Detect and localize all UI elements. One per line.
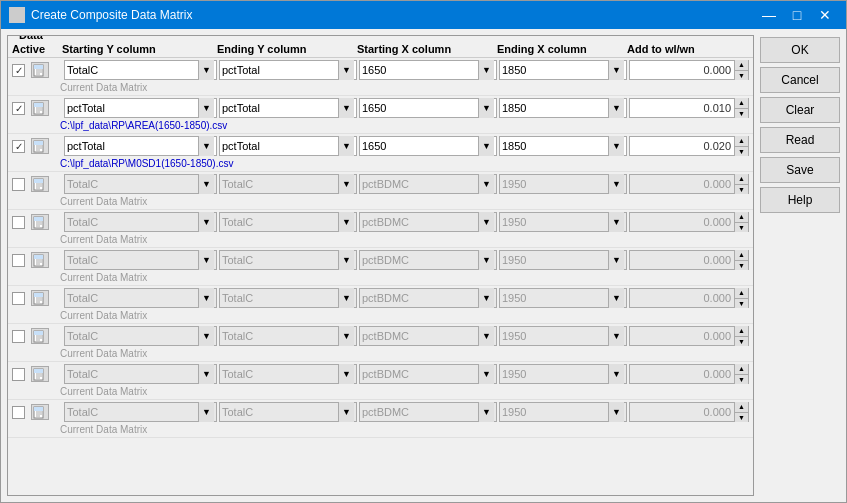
spinbox-up-2[interactable]: ▲ — [735, 136, 748, 146]
dropdown-start-x-1[interactable]: 1650 ▼ — [359, 98, 497, 118]
save-button[interactable]: Save — [760, 157, 840, 183]
dropdown-start-x-text-2: 1650 — [362, 140, 478, 152]
spinbox-value-1: 0.010 — [630, 102, 734, 114]
dropdown-end-y-6: TotalC ▼ — [219, 288, 357, 308]
cell-start-x-5: pctBDMC ▼ — [357, 250, 497, 270]
row-checkbox-5[interactable] — [12, 254, 25, 267]
dropdown-end-x-text-5: 1950 — [502, 254, 608, 266]
app-icon — [9, 7, 25, 23]
cancel-button[interactable]: Cancel — [760, 67, 840, 93]
dropdown-end-y-1[interactable]: pctTotal ▼ — [219, 98, 357, 118]
dropdown-end-x-arrow-1[interactable]: ▼ — [608, 98, 624, 118]
spinbox-up-0[interactable]: ▲ — [735, 60, 748, 70]
dropdown-end-y-arrow-2[interactable]: ▼ — [338, 136, 354, 156]
dropdown-start-x-text-7: pctBDMC — [362, 330, 478, 342]
dropdown-start-y-arrow-2[interactable]: ▼ — [198, 136, 214, 156]
cell-add-1: 0.010 ▲ ▼ — [627, 98, 749, 118]
dropdown-start-x-arrow-2[interactable]: ▼ — [478, 136, 494, 156]
dropdown-start-y-arrow-0[interactable]: ▼ — [198, 60, 214, 80]
window-controls: — □ ✕ — [756, 4, 838, 26]
dropdown-start-x-3: pctBDMC ▼ — [359, 174, 497, 194]
dropdown-start-x-0[interactable]: 1650 ▼ — [359, 60, 497, 80]
row-sub-6: Current Data Matrix — [8, 310, 753, 323]
file-icon-0[interactable] — [31, 62, 49, 78]
dropdown-end-x-0[interactable]: 1850 ▼ — [499, 60, 627, 80]
cell-active-1 — [12, 100, 62, 116]
file-icon-3[interactable] — [31, 176, 49, 192]
cell-start-x-4: pctBDMC ▼ — [357, 212, 497, 232]
cell-add-0: 0.000 ▲ ▼ — [627, 60, 749, 80]
dropdown-end-x-2[interactable]: 1850 ▼ — [499, 136, 627, 156]
spinbox-down-5: ▼ — [735, 260, 748, 271]
spinbox-add-7: 0.000 ▲ ▼ — [629, 326, 749, 346]
dropdown-start-x-arrow-1[interactable]: ▼ — [478, 98, 494, 118]
dropdown-end-y-0[interactable]: pctTotal ▼ — [219, 60, 357, 80]
cell-start-y-6: TotalC ▼ — [62, 288, 217, 308]
file-icon-8[interactable] — [31, 366, 49, 382]
dropdown-end-y-text-7: TotalC — [222, 330, 338, 342]
dropdown-start-y-1[interactable]: pctTotal ▼ — [64, 98, 217, 118]
dropdown-start-y-arrow-7: ▼ — [198, 326, 214, 346]
dropdown-start-x-2[interactable]: 1650 ▼ — [359, 136, 497, 156]
row-main-4: TotalC ▼ TotalC ▼ pctBDMC ▼ — [8, 210, 753, 234]
row-checkbox-0[interactable] — [12, 64, 25, 77]
clear-button[interactable]: Clear — [760, 97, 840, 123]
spinbox-value-6: 0.000 — [630, 292, 734, 304]
close-button[interactable]: ✕ — [812, 4, 838, 26]
dropdown-end-y-arrow-1[interactable]: ▼ — [338, 98, 354, 118]
file-icon-2[interactable] — [31, 138, 49, 154]
file-icon-7[interactable] — [31, 328, 49, 344]
cell-start-y-1: pctTotal ▼ — [62, 98, 217, 118]
dropdown-end-x-arrow-0[interactable]: ▼ — [608, 60, 624, 80]
dropdown-end-y-arrow-0[interactable]: ▼ — [338, 60, 354, 80]
spinbox-down-1[interactable]: ▼ — [735, 108, 748, 119]
dropdown-start-x-5: pctBDMC ▼ — [359, 250, 497, 270]
table-header: Active Starting Y column Ending Y column… — [8, 41, 753, 58]
row-checkbox-9[interactable] — [12, 406, 25, 419]
svg-rect-21 — [34, 217, 43, 221]
ok-button[interactable]: OK — [760, 37, 840, 63]
spinbox-add-1[interactable]: 0.010 ▲ ▼ — [629, 98, 749, 118]
dropdown-end-x-1[interactable]: 1850 ▼ — [499, 98, 627, 118]
spinbox-up-1[interactable]: ▲ — [735, 98, 748, 108]
row-checkbox-3[interactable] — [12, 178, 25, 191]
row-checkbox-2[interactable] — [12, 140, 25, 153]
file-icon-5[interactable] — [31, 252, 49, 268]
row-checkbox-4[interactable] — [12, 216, 25, 229]
dropdown-start-y-2[interactable]: pctTotal ▼ — [64, 136, 217, 156]
spinbox-add-2[interactable]: 0.020 ▲ ▼ — [629, 136, 749, 156]
rows-container[interactable]: TotalC ▼ pctTotal ▼ 1650 ▼ — [8, 58, 753, 495]
read-button[interactable]: Read — [760, 127, 840, 153]
file-icon-1[interactable] — [31, 100, 49, 116]
minimize-button[interactable]: — — [756, 4, 782, 26]
dropdown-end-x-arrow-2[interactable]: ▼ — [608, 136, 624, 156]
cell-start-y-3: TotalC ▼ — [62, 174, 217, 194]
row-checkbox-6[interactable] — [12, 292, 25, 305]
dropdown-start-x-text-8: pctBDMC — [362, 368, 478, 380]
cell-start-y-5: TotalC ▼ — [62, 250, 217, 270]
dropdown-start-y-0[interactable]: TotalC ▼ — [64, 60, 217, 80]
dropdown-start-x-arrow-0[interactable]: ▼ — [478, 60, 494, 80]
svg-rect-1 — [34, 65, 43, 69]
row-sub-5: Current Data Matrix — [8, 272, 753, 285]
row-checkbox-7[interactable] — [12, 330, 25, 343]
table-row: TotalC ▼ TotalC ▼ pctBDMC ▼ — [8, 286, 753, 324]
cell-end-x-7: 1950 ▼ — [497, 326, 627, 346]
file-icon-6[interactable] — [31, 290, 49, 306]
help-button[interactable]: Help — [760, 187, 840, 213]
spinbox-down-7: ▼ — [735, 336, 748, 347]
dropdown-start-y-arrow-1[interactable]: ▼ — [198, 98, 214, 118]
dropdown-end-y-2[interactable]: pctTotal ▼ — [219, 136, 357, 156]
spinbox-up-4: ▲ — [735, 212, 748, 222]
file-icon-4[interactable] — [31, 214, 49, 230]
spinbox-up-3: ▲ — [735, 174, 748, 184]
spinbox-down-2[interactable]: ▼ — [735, 146, 748, 157]
spinbox-down-0[interactable]: ▼ — [735, 70, 748, 81]
file-icon-9[interactable] — [31, 404, 49, 420]
row-checkbox-1[interactable] — [12, 102, 25, 115]
dropdown-end-y-arrow-7: ▼ — [338, 326, 354, 346]
row-checkbox-8[interactable] — [12, 368, 25, 381]
maximize-button[interactable]: □ — [784, 4, 810, 26]
spinbox-add-0[interactable]: 0.000 ▲ ▼ — [629, 60, 749, 80]
cell-active-3 — [12, 176, 62, 192]
